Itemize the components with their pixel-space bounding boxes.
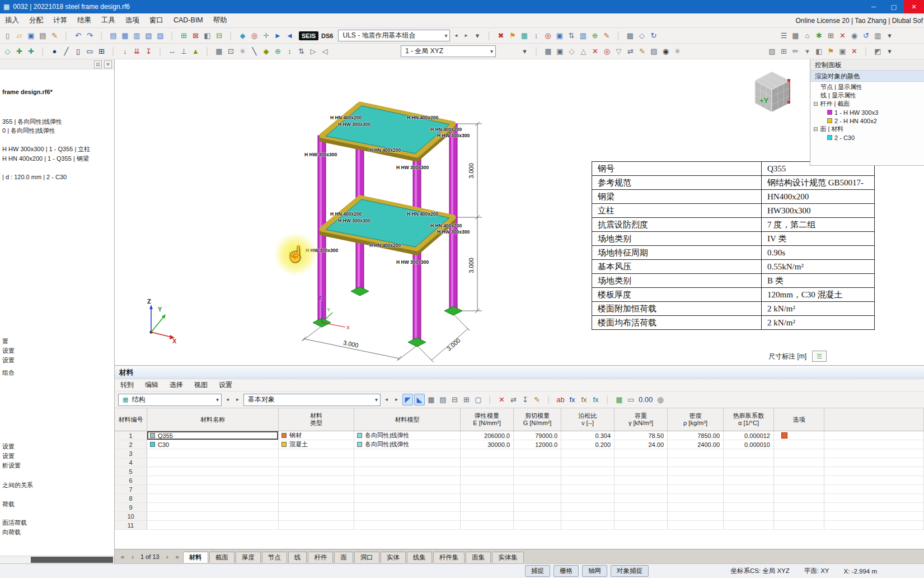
materials-menu-item[interactable]: 编辑: [139, 380, 164, 390]
toolbar-icon[interactable]: ⊞: [179, 30, 189, 41]
toolbar-icon[interactable]: fx: [567, 394, 578, 405]
navigator-item[interactable]: H HN 400x200 | 1 - Q355 | 钢梁: [2, 155, 114, 163]
toolbar-icon[interactable]: ▩: [625, 30, 635, 41]
table-row[interactable]: 7: [115, 485, 924, 494]
toolbar-icon[interactable]: ✎: [637, 45, 648, 57]
empty-cell[interactable]: [774, 476, 824, 485]
toolbar-icon[interactable]: │: [484, 30, 494, 41]
empty-cell[interactable]: [279, 521, 354, 530]
row-number[interactable]: 6: [115, 476, 147, 485]
toolbar-icon[interactable]: ✕: [837, 30, 848, 41]
navigator-item[interactable]: 设置: [2, 442, 114, 451]
option-icon[interactable]: [781, 432, 787, 439]
empty-cell[interactable]: [724, 521, 774, 530]
empty-cell[interactable]: [147, 449, 279, 458]
floor-slab-level2[interactable]: [322, 104, 453, 159]
toolbar-icon[interactable]: ▣: [837, 45, 848, 57]
column-header[interactable]: 弹性模量 E [N/mm²]: [461, 408, 514, 431]
navigator-item[interactable]: 析设置: [2, 462, 114, 470]
toolbar-icon[interactable]: ◩: [873, 45, 883, 57]
table-row[interactable]: 9: [115, 503, 924, 512]
toolbar-icon[interactable]: ⇅: [566, 30, 576, 41]
table-tab[interactable]: 洞口: [354, 552, 379, 563]
toolbar-icon[interactable]: ✎: [532, 394, 542, 405]
collapse-icon[interactable]: ⊟: [813, 126, 818, 132]
empty-cell[interactable]: [279, 449, 354, 458]
empty-cell[interactable]: [461, 485, 514, 494]
toolbar-icon[interactable]: ⌂: [802, 30, 813, 41]
menu-item[interactable]: 帮助: [208, 13, 232, 27]
empty-cell[interactable]: [279, 476, 354, 485]
navigator-item[interactable]: 设置: [2, 347, 114, 355]
table-tab[interactable]: 节点: [262, 552, 287, 563]
empty-cell[interactable]: [561, 503, 615, 512]
empty-cell[interactable]: [561, 476, 615, 485]
coordinate-system-select[interactable]: 1 - 全局 XYZ ▾: [401, 45, 496, 57]
navigator-item[interactable]: 荷载: [2, 500, 114, 509]
shear-modulus-cell[interactable]: 79000.0: [514, 431, 561, 440]
table-row[interactable]: 11: [115, 521, 924, 530]
3d-viewport[interactable]: 3.000 3.000 3.000 3.000 Z Y X: [115, 59, 924, 365]
toolbar-icon[interactable]: ⊥: [179, 45, 189, 57]
empty-cell[interactable]: [354, 494, 461, 503]
column-header[interactable]: 泊松比 ν [--]: [561, 408, 615, 431]
table-tab[interactable]: 面: [334, 552, 353, 563]
column-header[interactable]: 材料 类型: [279, 408, 354, 431]
navigator-item[interactable]: 组合: [2, 369, 114, 377]
menu-item[interactable]: CAD-BIM: [168, 13, 208, 27]
empty-cell[interactable]: [147, 494, 279, 503]
empty-cell[interactable]: [561, 512, 615, 521]
empty-cell[interactable]: [147, 503, 279, 512]
toolbar-icon[interactable]: ▯: [2, 30, 13, 41]
toolbar-icon[interactable]: ▤: [438, 394, 448, 405]
empty-cell[interactable]: [147, 485, 279, 494]
materials-menu-item[interactable]: 选择: [164, 380, 189, 390]
toolbar-icon[interactable]: ✚: [26, 45, 36, 57]
toolbar-icon[interactable]: ╱: [61, 45, 72, 57]
navigator-item[interactable]: 0 | 各向同性|线弹性: [2, 127, 114, 135]
empty-cell[interactable]: [514, 521, 561, 530]
toolbar-icon[interactable]: ⇅: [296, 45, 307, 57]
table-tab[interactable]: 材料: [183, 552, 208, 563]
toolbar-icon[interactable]: │: [543, 394, 554, 405]
empty-cell[interactable]: [561, 458, 615, 467]
empty-cell[interactable]: [724, 503, 774, 512]
empty-cell[interactable]: [724, 512, 774, 521]
toolbar-icon[interactable]: ✕: [590, 45, 601, 57]
toolbar-icon[interactable]: ✛: [261, 30, 271, 41]
empty-cell[interactable]: [514, 458, 561, 467]
elastic-modulus-cell[interactable]: 30000.0: [461, 440, 514, 449]
toolbar-icon[interactable]: ✕: [849, 45, 860, 57]
seis-button[interactable]: SEIS: [299, 31, 318, 40]
poisson-ratio-cell[interactable]: 0.304: [561, 431, 615, 440]
table-row[interactable]: 8: [115, 494, 924, 503]
material-name-cell[interactable]: C30: [147, 440, 279, 449]
next-page-button[interactable]: ›: [163, 552, 172, 562]
toolbar-icon[interactable]: ↧: [520, 394, 531, 405]
row-number[interactable]: 8: [115, 494, 147, 503]
table-tab[interactable]: 杆件集: [433, 552, 465, 563]
toolbar-icon[interactable]: ◧: [202, 30, 213, 41]
toolbar-icon[interactable]: ▾: [802, 45, 813, 57]
empty-cell[interactable]: [514, 449, 561, 458]
toolbar-icon[interactable]: fx: [579, 394, 589, 405]
row-number[interactable]: 4: [115, 458, 147, 467]
toolbar-icon[interactable]: │: [485, 394, 495, 405]
toolbar-icon[interactable]: ↺: [861, 30, 871, 41]
navigator-item[interactable]: 之间的关系: [2, 481, 114, 490]
empty-cell[interactable]: [668, 476, 724, 485]
navigator-item[interactable]: frame design.rf6*: [2, 88, 114, 95]
support-nodes[interactable]: [313, 287, 462, 347]
toolbar-icon[interactable]: │: [155, 45, 166, 57]
toolbar-icon[interactable]: │: [226, 30, 236, 41]
toolbar-icon[interactable]: ✖: [495, 30, 506, 41]
empty-cell[interactable]: [354, 467, 461, 476]
empty-cell[interactable]: [724, 476, 774, 485]
toolbar-icon[interactable]: ◣: [414, 394, 425, 405]
row-number[interactable]: 2: [115, 440, 147, 449]
toolbar-icon[interactable]: ⇊: [132, 45, 142, 57]
toolbar-icon[interactable]: ▢: [473, 394, 484, 405]
empty-cell[interactable]: [279, 467, 354, 476]
toolbar-icon[interactable]: ●: [49, 45, 60, 57]
menu-item[interactable]: 工具: [96, 13, 120, 27]
